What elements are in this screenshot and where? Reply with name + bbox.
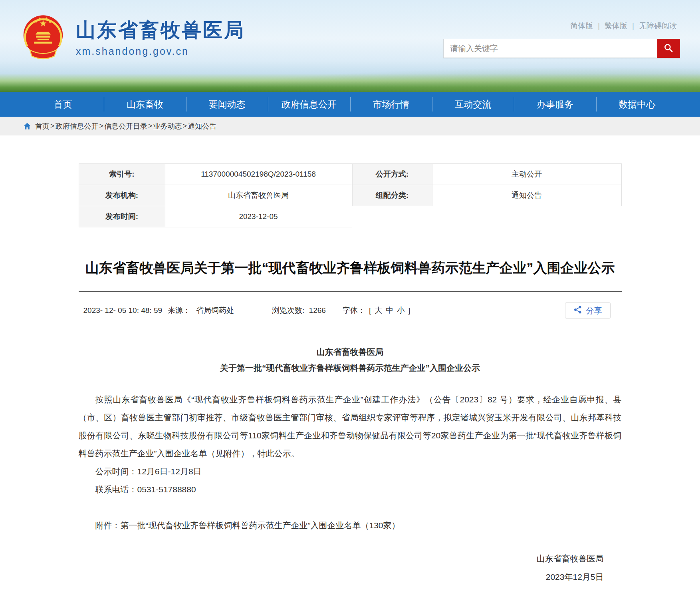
font-size-label: 字体： (343, 305, 365, 316)
article-meta-bar: 2023- 12- 05 10: 48: 59 来源： 省局饲药处 浏览次数: … (79, 303, 622, 318)
page-title: 山东省畜牧兽医局关于第一批“现代畜牧业齐鲁样板饲料兽药示范生产企业”入围企业公示 (79, 257, 622, 292)
disclosure-method-value: 主动公开 (432, 164, 621, 185)
article-body: 山东省畜牧兽医局 关于第一批“现代畜牧业齐鲁样板饲料兽药示范生产企业”入围企业公… (79, 344, 622, 586)
views-count: 1266 (309, 306, 326, 314)
link-divider: | (632, 22, 634, 30)
search-button[interactable] (657, 39, 680, 58)
share-button[interactable]: 分享 (565, 303, 611, 318)
national-emblem-logo (22, 14, 64, 63)
nav-item-services[interactable]: 办事服务 (514, 92, 596, 117)
breadcrumb-separator: > (183, 122, 187, 130)
main-nav: 首页 山东畜牧 要闻动态 政府信息公开 市场行情 互动交流 办事服务 数据中心 (0, 92, 700, 117)
share-label: 分享 (586, 305, 602, 316)
index-number-label: 索引号: (79, 164, 165, 185)
index-number-value: 1137000004502198Q/2023-01158 (165, 164, 352, 185)
breadcrumb-separator: > (99, 122, 104, 130)
publish-org-label: 发布机构: (79, 185, 165, 206)
breadcrumb-info-catalog[interactable]: 信息公开目录 (104, 121, 147, 131)
nav-item-gov-info-disclosure[interactable]: 政府信息公开 (268, 92, 350, 117)
font-size-selector: 字体： [ 大 中 小 ] (343, 305, 410, 316)
body-heading-subject: 关于第一批“现代畜牧业齐鲁样板饲料兽药示范生产企业”入围企业公示 (79, 360, 622, 376)
publish-org-value: 山东省畜牧兽医局 (165, 185, 352, 206)
nav-item-market[interactable]: 市场行情 (350, 92, 432, 117)
publish-timestamp: 2023- 12- 05 10: 48: 59 (83, 306, 163, 315)
source-label: 来源： (168, 305, 190, 316)
site-url: xm.shandong.gov.cn (76, 46, 245, 57)
category-label: 组配分类: (352, 185, 432, 206)
breadcrumb-home[interactable]: 首页 (35, 121, 50, 131)
publish-date-label: 发布时间: (79, 206, 165, 227)
site-header: 山东省畜牧兽医局 xm.shandong.gov.cn 简体版 | 繁体版 | … (0, 0, 700, 92)
top-utility-links: 简体版 | 繁体版 | 无障碍阅读 (570, 21, 677, 31)
breadcrumb-notices[interactable]: 通知公告 (188, 121, 216, 131)
breadcrumb-gov-info[interactable]: 政府信息公开 (56, 121, 99, 131)
nav-item-data-center[interactable]: 数据中心 (596, 92, 678, 117)
document-info-table: 索引号: 1137000004502198Q/2023-01158 发布机构: … (79, 163, 622, 227)
nav-item-shandong-animal-husbandry[interactable]: 山东畜牧 (104, 92, 186, 117)
breadcrumb-business-news[interactable]: 业务动态 (153, 121, 182, 131)
site-logo-area[interactable]: 山东省畜牧兽医局 xm.shandong.gov.cn (22, 14, 245, 63)
font-size-bracket: ] (408, 306, 410, 315)
signature-block: 山东省畜牧兽医局 2023年12月5日 (79, 549, 622, 586)
font-size-large[interactable]: 大 (375, 305, 382, 316)
category-value: 通知公告 (432, 185, 621, 206)
disclosure-method-label: 公开方式: (352, 164, 432, 185)
attachment-link[interactable]: 附件：第一批“现代畜牧业齐鲁样板饲料兽药示范生产企业”入围企业名单（130家） (79, 516, 622, 534)
body-paragraph: 按照山东省畜牧兽医局《“现代畜牧业齐鲁样板饲料兽药示范生产企业”创建工作办法》（… (79, 390, 622, 462)
font-size-medium[interactable]: 中 (386, 305, 393, 316)
home-icon (23, 122, 31, 130)
contact-phone-line: 联系电话：0531-51788880 (79, 480, 622, 498)
link-simplified-chinese[interactable]: 简体版 (570, 21, 593, 31)
body-heading-org: 山东省畜牧兽医局 (79, 344, 622, 360)
search-bar (443, 39, 680, 58)
notice-period-line: 公示时间：12月6日-12月8日 (79, 462, 622, 480)
source-value: 省局饲药处 (196, 305, 234, 316)
nav-item-interaction[interactable]: 互动交流 (432, 92, 514, 117)
breadcrumb-separator: > (50, 122, 55, 130)
nav-item-home[interactable]: 首页 (22, 92, 104, 117)
breadcrumb-separator: > (148, 122, 153, 130)
search-input[interactable] (443, 39, 657, 58)
signature-org: 山东省畜牧兽医局 (79, 549, 604, 568)
nav-item-news[interactable]: 要闻动态 (186, 92, 268, 117)
site-title: 山东省畜牧兽医局 (76, 20, 245, 41)
breadcrumb: 首页 > 政府信息公开 > 信息公开目录 > 业务动态 > 通知公告 (0, 117, 700, 135)
font-size-bracket: [ (369, 306, 371, 315)
link-traditional-chinese[interactable]: 繁体版 (605, 21, 627, 31)
link-divider: | (598, 22, 600, 30)
signature-date: 2023年12月5日 (79, 568, 604, 586)
publish-date-value: 2023-12-05 (165, 206, 352, 227)
article-page: 索引号: 1137000004502198Q/2023-01158 发布机构: … (79, 163, 622, 586)
link-accessibility[interactable]: 无障碍阅读 (639, 21, 677, 31)
views-label: 浏览次数: (272, 306, 304, 314)
share-icon (573, 305, 582, 316)
search-icon (663, 43, 674, 54)
font-size-small[interactable]: 小 (397, 305, 405, 316)
